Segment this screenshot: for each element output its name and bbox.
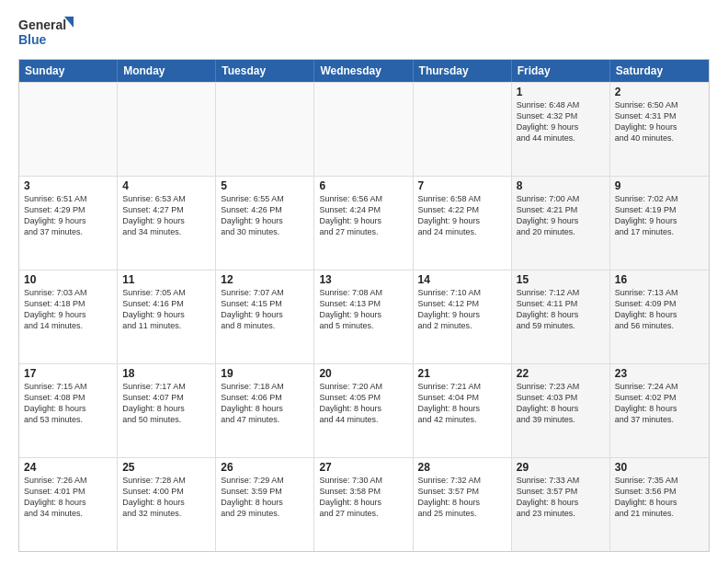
day-number: 30 (615, 461, 704, 474)
cal-cell-day-12: 12Sunrise: 7:07 AM Sunset: 4:15 PM Dayli… (216, 270, 314, 363)
cell-info: Sunrise: 7:24 AM Sunset: 4:02 PM Dayligh… (615, 381, 704, 426)
day-number: 9 (615, 179, 704, 192)
cell-info: Sunrise: 7:17 AM Sunset: 4:07 PM Dayligh… (122, 381, 210, 426)
cell-info: Sunrise: 7:13 AM Sunset: 4:09 PM Dayligh… (615, 287, 704, 332)
day-number: 29 (517, 461, 605, 474)
day-number: 11 (122, 273, 210, 286)
day-number: 14 (418, 273, 506, 286)
cal-cell-day-24: 24Sunrise: 7:26 AM Sunset: 4:01 PM Dayli… (19, 458, 118, 551)
calendar-body: 1Sunrise: 6:48 AM Sunset: 4:32 PM Daylig… (19, 82, 709, 551)
day-number: 12 (221, 273, 309, 286)
cell-info: Sunrise: 7:03 AM Sunset: 4:18 PM Dayligh… (24, 287, 112, 332)
cal-cell-day-23: 23Sunrise: 7:24 AM Sunset: 4:02 PM Dayli… (610, 364, 709, 457)
cal-cell-day-26: 26Sunrise: 7:29 AM Sunset: 3:59 PM Dayli… (216, 458, 314, 551)
cal-cell-day-14: 14Sunrise: 7:10 AM Sunset: 4:12 PM Dayli… (414, 270, 512, 363)
day-number: 3 (24, 179, 112, 192)
cal-cell-day-19: 19Sunrise: 7:18 AM Sunset: 4:06 PM Dayli… (216, 364, 314, 457)
weekday-header-monday: Monday (118, 60, 216, 82)
logo: GeneralBlue (18, 15, 74, 50)
day-number: 18 (122, 367, 210, 380)
weekday-header-tuesday: Tuesday (216, 60, 314, 82)
cell-info: Sunrise: 7:00 AM Sunset: 4:21 PM Dayligh… (517, 193, 605, 238)
cal-row-4: 17Sunrise: 7:15 AM Sunset: 4:08 PM Dayli… (19, 363, 709, 457)
calendar-header: SundayMondayTuesdayWednesdayThursdayFrid… (19, 60, 709, 82)
cell-info: Sunrise: 6:56 AM Sunset: 4:24 PM Dayligh… (319, 193, 407, 238)
day-number: 15 (517, 273, 605, 286)
cal-cell-day-28: 28Sunrise: 7:32 AM Sunset: 3:57 PM Dayli… (414, 458, 512, 551)
cell-info: Sunrise: 6:51 AM Sunset: 4:29 PM Dayligh… (24, 193, 112, 238)
cell-info: Sunrise: 7:12 AM Sunset: 4:11 PM Dayligh… (517, 287, 605, 332)
cal-cell-day-17: 17Sunrise: 7:15 AM Sunset: 4:08 PM Dayli… (19, 364, 118, 457)
cal-cell-day-5: 5Sunrise: 6:55 AM Sunset: 4:26 PM Daylig… (216, 177, 314, 270)
cal-row-1: 1Sunrise: 6:48 AM Sunset: 4:32 PM Daylig… (19, 82, 709, 176)
cell-info: Sunrise: 6:55 AM Sunset: 4:26 PM Dayligh… (221, 193, 309, 238)
cal-cell-day-13: 13Sunrise: 7:08 AM Sunset: 4:13 PM Dayli… (314, 270, 413, 363)
cal-cell-empty-02 (216, 83, 314, 176)
day-number: 5 (221, 179, 309, 192)
cell-info: Sunrise: 6:53 AM Sunset: 4:27 PM Dayligh… (122, 193, 210, 238)
day-number: 23 (615, 367, 704, 380)
cal-cell-day-16: 16Sunrise: 7:13 AM Sunset: 4:09 PM Dayli… (610, 270, 709, 363)
cell-info: Sunrise: 7:20 AM Sunset: 4:05 PM Dayligh… (319, 381, 407, 426)
cal-row-3: 10Sunrise: 7:03 AM Sunset: 4:18 PM Dayli… (19, 270, 709, 363)
cal-cell-day-4: 4Sunrise: 6:53 AM Sunset: 4:27 PM Daylig… (118, 177, 216, 270)
cal-cell-day-6: 6Sunrise: 6:56 AM Sunset: 4:24 PM Daylig… (314, 177, 413, 270)
cal-cell-empty-04 (414, 83, 512, 176)
cell-info: Sunrise: 6:50 AM Sunset: 4:31 PM Dayligh… (615, 99, 704, 144)
cal-row-5: 24Sunrise: 7:26 AM Sunset: 4:01 PM Dayli… (19, 457, 709, 551)
cell-info: Sunrise: 7:33 AM Sunset: 3:57 PM Dayligh… (517, 475, 605, 520)
cal-cell-day-30: 30Sunrise: 7:35 AM Sunset: 3:56 PM Dayli… (610, 458, 709, 551)
svg-text:General: General (18, 17, 66, 32)
day-number: 25 (122, 461, 210, 474)
cell-info: Sunrise: 7:07 AM Sunset: 4:15 PM Dayligh… (221, 287, 309, 332)
cell-info: Sunrise: 7:10 AM Sunset: 4:12 PM Dayligh… (418, 287, 506, 332)
weekday-header-friday: Friday (512, 60, 610, 82)
cal-cell-day-10: 10Sunrise: 7:03 AM Sunset: 4:18 PM Dayli… (19, 270, 118, 363)
cell-info: Sunrise: 7:05 AM Sunset: 4:16 PM Dayligh… (122, 287, 210, 332)
cell-info: Sunrise: 7:15 AM Sunset: 4:08 PM Dayligh… (24, 381, 112, 426)
day-number: 2 (615, 86, 704, 98)
cal-cell-empty-03 (314, 83, 413, 176)
cal-cell-day-25: 25Sunrise: 7:28 AM Sunset: 4:00 PM Dayli… (118, 458, 216, 551)
cell-info: Sunrise: 7:32 AM Sunset: 3:57 PM Dayligh… (418, 475, 506, 520)
cal-cell-day-8: 8Sunrise: 7:00 AM Sunset: 4:21 PM Daylig… (512, 177, 610, 270)
cal-cell-empty-01 (118, 83, 216, 176)
day-number: 17 (24, 367, 112, 380)
day-number: 22 (517, 367, 605, 380)
page-header: GeneralBlue (18, 15, 710, 50)
day-number: 19 (221, 367, 309, 380)
day-number: 21 (418, 367, 506, 380)
cell-info: Sunrise: 7:21 AM Sunset: 4:04 PM Dayligh… (418, 381, 506, 426)
day-number: 27 (319, 461, 407, 474)
cal-cell-day-9: 9Sunrise: 7:02 AM Sunset: 4:19 PM Daylig… (610, 177, 709, 270)
cal-cell-day-11: 11Sunrise: 7:05 AM Sunset: 4:16 PM Dayli… (118, 270, 216, 363)
day-number: 16 (615, 273, 704, 286)
cell-info: Sunrise: 7:23 AM Sunset: 4:03 PM Dayligh… (517, 381, 605, 426)
day-number: 4 (122, 179, 210, 192)
cal-cell-day-21: 21Sunrise: 7:21 AM Sunset: 4:04 PM Dayli… (414, 364, 512, 457)
logo-svg: GeneralBlue (18, 15, 74, 50)
cal-cell-day-22: 22Sunrise: 7:23 AM Sunset: 4:03 PM Dayli… (512, 364, 610, 457)
day-number: 6 (319, 179, 407, 192)
day-number: 13 (319, 273, 407, 286)
cell-info: Sunrise: 6:58 AM Sunset: 4:22 PM Dayligh… (418, 193, 506, 238)
cal-cell-day-15: 15Sunrise: 7:12 AM Sunset: 4:11 PM Dayli… (512, 270, 610, 363)
cell-info: Sunrise: 7:28 AM Sunset: 4:00 PM Dayligh… (122, 475, 210, 520)
cell-info: Sunrise: 7:02 AM Sunset: 4:19 PM Dayligh… (615, 193, 704, 238)
cell-info: Sunrise: 7:35 AM Sunset: 3:56 PM Dayligh… (615, 475, 704, 520)
day-number: 28 (418, 461, 506, 474)
cal-cell-day-1: 1Sunrise: 6:48 AM Sunset: 4:32 PM Daylig… (512, 83, 610, 176)
cal-cell-day-3: 3Sunrise: 6:51 AM Sunset: 4:29 PM Daylig… (19, 177, 118, 270)
day-number: 10 (24, 273, 112, 286)
cal-cell-empty-00 (19, 83, 118, 176)
day-number: 1 (517, 86, 605, 98)
weekday-header-sunday: Sunday (19, 60, 118, 82)
cal-cell-day-29: 29Sunrise: 7:33 AM Sunset: 3:57 PM Dayli… (512, 458, 610, 551)
weekday-header-wednesday: Wednesday (314, 60, 413, 82)
cell-info: Sunrise: 7:29 AM Sunset: 3:59 PM Dayligh… (221, 475, 309, 520)
cell-info: Sunrise: 7:30 AM Sunset: 3:58 PM Dayligh… (319, 475, 407, 520)
cal-row-2: 3Sunrise: 6:51 AM Sunset: 4:29 PM Daylig… (19, 176, 709, 270)
cal-cell-day-27: 27Sunrise: 7:30 AM Sunset: 3:58 PM Dayli… (314, 458, 413, 551)
svg-text:Blue: Blue (18, 32, 47, 47)
weekday-header-thursday: Thursday (414, 60, 512, 82)
